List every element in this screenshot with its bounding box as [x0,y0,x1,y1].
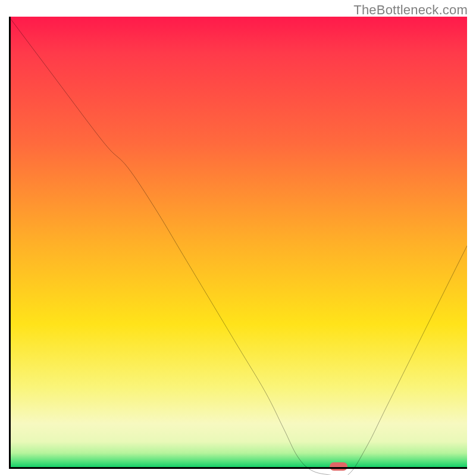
bottleneck-curve [9,17,467,475]
curve-path [9,17,467,475]
chart-stage: TheBottleneck.com [0,0,476,476]
y-axis [9,17,11,469]
watermark-text: TheBottleneck.com [353,2,468,18]
x-axis [9,467,467,469]
plot-area [9,17,467,469]
